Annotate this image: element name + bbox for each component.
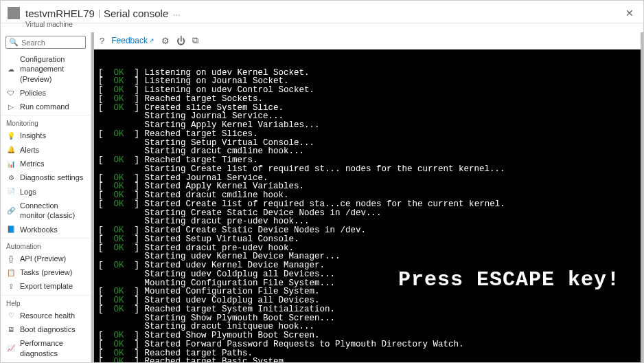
close-button[interactable]: ✕ xyxy=(623,5,636,21)
nav-icon: 💡 xyxy=(6,131,16,141)
nav-icon: 📘 xyxy=(6,225,16,234)
nav-label: Performance diagnostics xyxy=(20,338,85,358)
sidebar-item-boot-diagnostics[interactable]: 🖥Boot diagnostics xyxy=(1,322,91,336)
sidebar-item-alerts[interactable]: 🔔Alerts xyxy=(1,143,91,157)
sidebar-item-workbooks[interactable]: 📘Workbooks xyxy=(1,223,91,236)
serial-console-output[interactable]: [ OK ] Listening on udev Kernel Socket.[… xyxy=(94,50,641,362)
console-line: [ OK ] Started Setup Virtual Console. xyxy=(98,235,636,244)
sidebar-item-insights[interactable]: 💡Insights xyxy=(1,129,91,142)
nav-icon: ⚙ xyxy=(6,173,16,183)
console-line: [ OK ] Reached target Timers. xyxy=(98,156,636,165)
nav-label: Boot diagnostics xyxy=(20,324,76,334)
sidebar-item-resource-health[interactable]: ♡Resource health xyxy=(1,309,91,322)
nav-label: Logs xyxy=(20,187,36,197)
nav-label: Run command xyxy=(20,102,69,111)
nav-label: Tasks (preview) xyxy=(20,267,72,277)
nav-label: Export template xyxy=(20,281,73,291)
more-icon[interactable]: … xyxy=(172,8,181,18)
nav-label: Insights xyxy=(20,131,46,140)
sidebar-item-policies[interactable]: 🛡Policies xyxy=(1,86,91,100)
sidebar-item-vm-inspector-preview[interactable]: 🔍VM Inspector (Preview) xyxy=(1,360,91,362)
console-line: [ OK ] Reached target Sockets. xyxy=(98,95,636,104)
sidebar-item-configuration-management-preview[interactable]: ☁Configuration management (Preview) xyxy=(1,52,91,86)
console-line: [ OK ] Reached target Basic System. xyxy=(98,358,636,362)
console-line: [ OK ] Started dracut cmdline hook. xyxy=(98,191,636,200)
console-toolbar: ? Feedback↗ ⚙ ⏻ ⧉ xyxy=(94,32,641,50)
vm-name: testvmRHEL79 xyxy=(25,8,95,19)
search-box[interactable]: 🔍 xyxy=(5,36,86,49)
sidebar-item-export-template[interactable]: ⇪Export template xyxy=(1,279,91,293)
nav-icon: 🖥 xyxy=(6,324,16,334)
sidebar-item-api-preview[interactable]: {}API (Preview) xyxy=(1,252,91,265)
console-line: [ OK ] Started Forward Password Requests… xyxy=(98,340,636,349)
main-panel: ? Feedback↗ ⚙ ⏻ ⧉ [ OK ] Listening on ud… xyxy=(91,32,643,362)
nav-icon: 🔗 xyxy=(6,206,16,215)
nav-section-header: Monitoring xyxy=(1,115,91,129)
nav-icon: {} xyxy=(6,254,16,263)
console-line: [ OK ] Started Create list of required s… xyxy=(98,200,636,209)
nav-icon: 🛡 xyxy=(6,88,16,98)
nav-label: Configuration management (Preview) xyxy=(20,54,85,84)
settings-icon[interactable]: ⚙ xyxy=(161,36,170,46)
vm-icon xyxy=(8,7,20,19)
nav-label: Alerts xyxy=(20,145,39,155)
nav-label: Resource health xyxy=(20,311,75,320)
nav-icon: ⇪ xyxy=(6,282,16,292)
nav-icon: 📈 xyxy=(6,344,16,353)
nav-icon: 📊 xyxy=(6,159,16,168)
console-line: [ OK ] Started Show Plymouth Boot Screen… xyxy=(98,331,636,340)
sidebar: 🔍 ☁Configuration management (Preview)🛡Po… xyxy=(1,32,91,362)
nav-label: Diagnostic settings xyxy=(20,173,83,182)
console-line: [ OK ] Reached target System Initializat… xyxy=(98,305,636,314)
console-line: [ OK ] Started udev Coldplug all Devices… xyxy=(98,296,636,305)
sidebar-item-performance-diagnostics[interactable]: 📈Performance diagnostics xyxy=(1,336,91,360)
sidebar-item-run-command[interactable]: ▷Run command xyxy=(1,100,91,113)
nav-label: Workbooks xyxy=(20,225,58,234)
overlay-message: Press ESCAPE key! xyxy=(398,270,620,291)
clipboard-icon[interactable]: ⧉ xyxy=(192,35,198,46)
sidebar-item-diagnostic-settings[interactable]: ⚙Diagnostic settings xyxy=(1,170,91,184)
nav-label: Metrics xyxy=(20,159,44,168)
subtitle: Virtual machine xyxy=(1,21,643,32)
nav-section-header: Help xyxy=(1,295,91,309)
sidebar-item-metrics[interactable]: 📊Metrics xyxy=(1,157,91,170)
nav-section-header: Automation xyxy=(1,238,91,252)
nav-label: Policies xyxy=(20,88,46,98)
nav-label: Connection monitor (classic) xyxy=(20,201,85,221)
sidebar-item-logs[interactable]: 📄Logs xyxy=(1,185,91,199)
console-line: [ OK ] Listening on udev Control Socket. xyxy=(98,86,636,95)
nav-icon: 📋 xyxy=(6,267,16,277)
nav-icon: 📄 xyxy=(6,187,16,197)
nav-icon: 🔔 xyxy=(6,145,16,155)
nav-icon: ▷ xyxy=(6,102,16,111)
console-line: [ OK ] Reached target Slices. xyxy=(98,130,636,139)
power-icon[interactable]: ⏻ xyxy=(176,36,185,46)
sidebar-item-connection-monitor-classic[interactable]: 🔗Connection monitor (classic) xyxy=(1,199,91,223)
nav-label: API (Preview) xyxy=(20,254,66,263)
nav-icon: ♡ xyxy=(6,311,16,320)
help-icon[interactable]: ? xyxy=(100,36,104,46)
console-line: Starting Apply Kernel Variables... xyxy=(98,121,636,130)
external-icon: ↗ xyxy=(149,37,154,44)
search-icon: 🔍 xyxy=(9,38,19,47)
page-title: Serial console xyxy=(104,8,168,19)
nav-icon: ☁ xyxy=(6,64,16,74)
sidebar-item-tasks-preview[interactable]: 📋Tasks (preview) xyxy=(1,265,91,279)
search-input[interactable] xyxy=(21,38,82,47)
console-line: Starting Create list of required st... n… xyxy=(98,165,636,174)
console-line: [ OK ] Started Create Static Device Node… xyxy=(98,226,636,235)
feedback-link[interactable]: Feedback↗ xyxy=(111,36,154,45)
